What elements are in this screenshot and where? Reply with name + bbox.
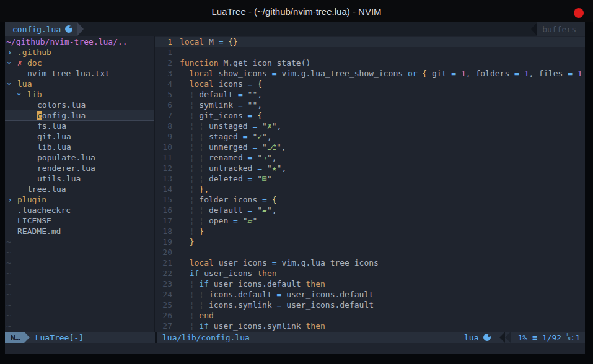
tree-item[interactable]: ~ — [5, 321, 154, 331]
tree-item[interactable]: ›✗doc — [5, 58, 154, 68]
tree-item[interactable]: tree.lua — [5, 184, 154, 194]
line-number: 27 — [155, 321, 172, 331]
code-line[interactable]: 1 — [155, 47, 585, 58]
tree-item-selected[interactable]: config.lua — [5, 110, 154, 121]
tree-buffer-name: LuaTree[-] — [30, 333, 84, 342]
empty-line-tilde: ~ — [6, 258, 11, 268]
code-line-text: local icons = { — [172, 79, 262, 89]
code-line[interactable]: 27 ¦ if user_icons.symlink then — [155, 321, 585, 331]
tree-item-label: git.lua — [37, 131, 71, 142]
code-line[interactable]: 2function M.get_icon_state() — [155, 58, 585, 68]
code-line[interactable]: 26 ¦ end — [155, 310, 585, 321]
code-line[interactable]: 19 } — [155, 236, 585, 247]
line-number: 26 — [155, 310, 172, 321]
tree-item[interactable]: ~ — [5, 279, 154, 289]
file-tree-pane: ~/github/nvim-tree.lua/..›.github›✗docnv… — [5, 36, 155, 332]
code-line[interactable]: 11 ¦ ¦ renamed = "→", — [155, 152, 585, 163]
tree-item[interactable]: ~ — [5, 236, 154, 247]
code-line[interactable]: 25 ¦ ¦ icons.symlink = user_icons.defaul… — [155, 300, 585, 310]
tree-item-label: lib.lua — [37, 142, 71, 152]
tree-item[interactable]: git.lua — [5, 131, 154, 142]
tree-item[interactable]: README.md — [5, 226, 154, 236]
code-line-text: } — [172, 236, 194, 247]
line-number: 1 — [155, 47, 172, 58]
code-line[interactable]: 1local M = {} — [155, 37, 585, 47]
line-number: 24 — [155, 289, 172, 300]
code-line-text: ¦ ¦ open = "▱" — [172, 215, 257, 226]
tree-item[interactable]: ›.github — [5, 47, 154, 58]
tree-item[interactable]: ›lib — [5, 89, 154, 100]
lines-icon: ≡ — [532, 333, 537, 342]
code-line[interactable]: 13 ¦ ¦ deleted = "⊟" — [155, 173, 585, 184]
tree-item[interactable]: LICENSE — [5, 215, 154, 226]
statusline-tree-segment: N… LuaTree[-] — [5, 332, 155, 343]
tree-item[interactable]: ~ — [5, 310, 154, 321]
editor-body: ~/github/nvim-tree.lua/..›.github›✗docnv… — [5, 36, 585, 332]
nvim-frame: config.lua buffers ~/github/nvim-tree.lu… — [5, 22, 585, 354]
tree-root-path: ~/github/nvim-tree.lua/.. — [6, 37, 128, 47]
code-line[interactable]: 17 ¦ ¦ open = "▱" — [155, 215, 585, 226]
code-line[interactable]: 5 ¦ default = "", — [155, 89, 585, 100]
tree-item[interactable]: ›plugin — [5, 194, 154, 205]
code-line-text: local user_icons = vim.g.lua_tree_icons — [172, 258, 379, 268]
tree-item[interactable]: ~/github/nvim-tree.lua/.. — [5, 37, 154, 47]
tree-item[interactable]: populate.lua — [5, 152, 154, 163]
code-line[interactable]: 8 ¦ ¦ unstaged = "✗", — [155, 121, 585, 131]
code-line[interactable]: 4 local icons = { — [155, 79, 585, 89]
code-line[interactable]: 21 local user_icons = vim.g.lua_tree_ico… — [155, 258, 585, 268]
tree-item-label: lua — [17, 79, 32, 89]
code-line[interactable]: 16 ¦ ¦ default = "▰", — [155, 205, 585, 215]
line-number: 8 — [155, 121, 172, 131]
tree-item[interactable]: utils.lua — [5, 173, 154, 184]
tree-item-label: colors.lua — [37, 100, 86, 110]
tree-item[interactable]: fs.lua — [5, 121, 154, 131]
code-line[interactable]: 22 if user_icons then — [155, 268, 585, 279]
tree-item[interactable]: .luacheckrc — [5, 205, 154, 215]
code-line[interactable]: 12 ¦ ¦ untracked = "★", — [155, 163, 585, 173]
code-line[interactable]: 18 ¦ } — [155, 226, 585, 236]
buffers-label[interactable]: buffers — [537, 22, 585, 36]
line-number: 1 — [155, 37, 172, 47]
tab-config-lua[interactable]: config.lua — [5, 22, 77, 36]
code-line[interactable]: 24 ¦ ¦ icons.default = user_icons.defaul… — [155, 289, 585, 300]
command-line[interactable] — [5, 343, 585, 354]
code-line-text: if user_icons then — [172, 268, 277, 279]
tree-item[interactable]: nvim-tree-lua.txt — [5, 68, 154, 79]
line-number: 18 — [155, 226, 172, 236]
line-number: 4 — [155, 79, 172, 89]
tree-item[interactable]: renderer.lua — [5, 163, 154, 173]
empty-line-tilde: ~ — [6, 310, 11, 321]
tree-item-label: tree.lua — [27, 184, 66, 194]
code-line[interactable]: 7 ¦ git_icons = { — [155, 110, 585, 121]
status-position-group: 1% ≡ 1/92 LN:1 — [511, 333, 586, 342]
code-line[interactable]: 15 ¦ folder_icons = { — [155, 194, 585, 205]
tree-item[interactable]: ~ — [5, 289, 154, 300]
code-line[interactable]: 3 local show_icons = vim.g.lua_tree_show… — [155, 68, 585, 79]
buffers-chevron-separator — [531, 22, 537, 36]
line-number: 20 — [155, 247, 172, 258]
code-line[interactable]: 9 ¦ ¦ staged = "✓", — [155, 131, 585, 142]
code-line[interactable]: 20 — [155, 247, 585, 258]
code-line-text — [172, 247, 180, 258]
tree-item[interactable]: ~ — [5, 247, 154, 258]
code-line[interactable]: 6 ¦ symlink = "", — [155, 100, 585, 110]
status-filetype: lua — [464, 333, 490, 342]
tab-arrow-separator — [77, 22, 84, 36]
cursor-position: 1/92 — [542, 333, 561, 342]
empty-line-tilde: ~ — [6, 247, 11, 258]
tree-item[interactable]: ~ — [5, 268, 154, 279]
close-button[interactable] — [574, 8, 584, 18]
tree-item[interactable]: ›lua — [5, 79, 154, 89]
tree-item-label: doc — [27, 58, 42, 68]
tree-item[interactable]: lib.lua — [5, 142, 154, 152]
code-line-text: ¦ ¦ icons.symlink = user_icons.default — [172, 300, 374, 310]
tree-item[interactable]: ~ — [5, 258, 154, 268]
git-unstaged-icon: ✗ — [17, 58, 22, 68]
tree-item[interactable]: ~ — [5, 300, 154, 310]
tree-item[interactable]: colors.lua — [5, 100, 154, 110]
code-line[interactable]: 14 ¦ }, — [155, 184, 585, 194]
code-line[interactable]: 23 ¦ if user_icons.default then — [155, 279, 585, 289]
line-number: 7 — [155, 110, 172, 121]
line-number: 17 — [155, 215, 172, 226]
code-line[interactable]: 10 ¦ ¦ unmerged = "⎇", — [155, 142, 585, 152]
